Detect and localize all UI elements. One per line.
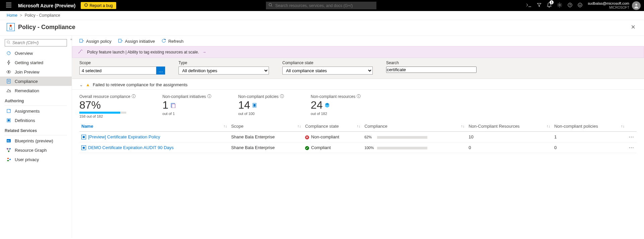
row-name-link[interactable]: DEMO Certificate Expiration AUDIT 90 Day… xyxy=(88,145,174,150)
col-compliance-state[interactable]: Compliance state↑↓ xyxy=(303,121,362,132)
resource-icon xyxy=(325,103,330,109)
sidebar-item-overview[interactable]: Overview xyxy=(0,48,72,58)
policy-icon xyxy=(252,103,257,109)
user-info[interactable]: sudbalas@microsoft.com MICROSOFT xyxy=(588,1,629,10)
svg-rect-25 xyxy=(80,39,82,42)
info-icon[interactable]: ⓘ xyxy=(280,94,284,99)
banner-link-icon[interactable]: → xyxy=(202,50,206,54)
info-icon[interactable]: ⓘ xyxy=(132,94,136,99)
svg-rect-26 xyxy=(119,39,121,42)
preview-icon xyxy=(6,69,11,75)
row-menu-icon[interactable]: ⋯ xyxy=(627,132,637,142)
bug-icon xyxy=(84,3,88,8)
sidebar-item-remediation[interactable]: Remediation xyxy=(0,86,72,95)
svg-point-24 xyxy=(9,159,11,160)
stat-overall: Overall resource compliance ⓘ 87% 158 ou… xyxy=(79,94,136,118)
svg-point-1 xyxy=(269,3,272,6)
sidebar-item-join-preview[interactable]: Join Preview xyxy=(0,67,72,77)
svg-point-10 xyxy=(7,41,9,43)
collapse-sidebar-icon[interactable]: « xyxy=(70,37,72,41)
stat-detail: out of 1 xyxy=(162,112,211,116)
row-nc-resources: 10 xyxy=(467,132,552,142)
stat-label: Non-compliant policies xyxy=(238,94,279,99)
col-nc-policies[interactable]: Non-compliant policies↑↓ xyxy=(552,121,627,132)
assign-initiative-button[interactable]: Assign initiative xyxy=(118,38,155,44)
cloud-shell-icon[interactable] xyxy=(526,3,531,8)
svg-point-8 xyxy=(635,4,637,6)
stat-policies: Non-compliant policies ⓘ 14 out of 100 xyxy=(238,94,284,118)
feature-banner: Policy feature launch | Ability to tag e… xyxy=(72,46,644,58)
settings-icon[interactable] xyxy=(557,2,562,9)
check-icon: ✓ xyxy=(305,146,309,150)
stat-value: 24 xyxy=(311,99,323,111)
sidebar-item-compliance[interactable]: Compliance xyxy=(0,77,72,86)
policy-row-icon xyxy=(81,145,86,150)
sidebar-item-label: User privacy xyxy=(15,157,39,162)
row-menu-icon[interactable]: ⋯ xyxy=(627,142,637,153)
sidebar-item-resource-graph[interactable]: Resource Graph xyxy=(0,145,72,155)
breadcrumb-separator: > xyxy=(20,13,22,18)
filter-icon[interactable] xyxy=(537,3,542,8)
chevron-down-icon[interactable]: ⌄ xyxy=(79,82,83,87)
search-icon xyxy=(7,40,10,45)
initiative-icon xyxy=(170,103,176,109)
col-compliance[interactable]: Compliance↑↓ xyxy=(362,121,467,132)
type-select[interactable]: All definition types xyxy=(178,67,269,75)
lightning-icon xyxy=(6,60,11,65)
svg-point-6 xyxy=(579,4,580,5)
row-scope: Shane Bala Enterprise xyxy=(229,142,303,153)
col-name[interactable]: Name↑↓ xyxy=(79,121,229,132)
svg-rect-28 xyxy=(172,104,175,108)
sidebar-item-blueprints[interactable]: BL Blueprints (preview) xyxy=(0,136,72,145)
close-icon[interactable]: × xyxy=(629,23,637,31)
notifications-icon[interactable]: 1 xyxy=(547,2,552,9)
overview-icon xyxy=(6,50,11,56)
page-title: Policy - Compliance xyxy=(18,24,75,31)
row-name-link[interactable]: [Preview] Certificate Expiration Policy xyxy=(88,134,160,139)
refresh-button[interactable]: Refresh xyxy=(161,38,184,44)
sidebar-item-getting-started[interactable]: Getting started xyxy=(0,58,72,67)
sidebar-item-definitions[interactable]: Definitions xyxy=(0,116,72,125)
row-nc-policies: 0 xyxy=(552,142,627,153)
sidebar-item-label: Compliance xyxy=(15,79,38,84)
sort-icon: ↑↓ xyxy=(297,124,301,128)
table-row[interactable]: DEMO Certificate Expiration AUDIT 90 Day… xyxy=(79,142,637,153)
help-icon[interactable]: ? xyxy=(568,3,572,8)
col-nc-resources[interactable]: Non-Compliant Resources↑↓ xyxy=(467,121,552,132)
policy-row-icon xyxy=(81,135,86,139)
breadcrumb-home[interactable]: Home xyxy=(7,13,17,18)
stat-label: Overall resource compliance xyxy=(79,94,130,99)
refresh-icon xyxy=(161,38,166,44)
scope-input[interactable] xyxy=(79,67,156,75)
sidebar-item-label: Remediation xyxy=(15,88,39,93)
row-scope: Shane Bala Enterprise xyxy=(229,132,303,142)
global-search-input[interactable] xyxy=(266,2,376,9)
stat-value: 87% xyxy=(79,99,136,111)
feedback-icon[interactable] xyxy=(578,3,582,8)
sidebar-item-user-privacy[interactable]: User privacy xyxy=(0,155,72,164)
table-row[interactable]: [Preview] Certificate Expiration PolicyS… xyxy=(79,132,637,142)
svg-point-23 xyxy=(7,158,9,159)
sidebar-item-label: Resource Graph xyxy=(15,148,47,153)
report-bug-button[interactable]: Report a bug xyxy=(81,2,116,9)
sidebar-search-input[interactable] xyxy=(5,39,67,46)
assign-initiative-label: Assign initiative xyxy=(125,39,155,44)
col-scope[interactable]: Scope↑↓ xyxy=(229,121,303,132)
breadcrumb-current: Policy - Compliance xyxy=(25,13,60,18)
info-icon[interactable]: ⓘ xyxy=(207,94,211,99)
search-filter-input[interactable] xyxy=(386,67,477,73)
stat-resources: Non-compliant resources ⓘ 24 out of 182 xyxy=(311,94,361,118)
sidebar-item-assignments[interactable]: Assignments xyxy=(0,106,72,116)
filter-bar: Scope … Type All definition types Compli… xyxy=(72,58,644,79)
sort-icon: ↑↓ xyxy=(621,124,625,128)
assign-icon xyxy=(118,38,123,44)
scope-picker-button[interactable]: … xyxy=(156,67,165,75)
sort-icon: ↑↓ xyxy=(357,124,360,128)
info-icon[interactable]: ⓘ xyxy=(357,94,361,99)
svg-rect-14 xyxy=(7,79,10,83)
hamburger-icon[interactable] xyxy=(3,3,14,8)
assign-policy-button[interactable]: Assign policy xyxy=(79,38,112,44)
compliance-state-select[interactable]: All compliance states xyxy=(282,67,373,75)
avatar[interactable] xyxy=(632,1,641,10)
blueprints-icon: BL xyxy=(6,138,11,143)
